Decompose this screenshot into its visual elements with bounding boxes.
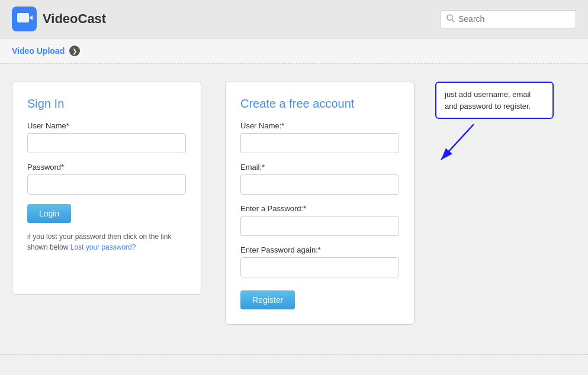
- login-button[interactable]: Login: [27, 204, 71, 223]
- svg-line-3: [452, 20, 454, 22]
- search-input[interactable]: [458, 14, 570, 24]
- svg-line-5: [441, 124, 474, 160]
- forgot-text: if you lost your password then click on …: [27, 231, 186, 253]
- logo-area: VideoCast: [12, 7, 106, 31]
- reg-password-field-group: Enter a Password:*: [240, 204, 399, 236]
- reg-username-label: User Name:*: [240, 121, 399, 130]
- signin-username-input[interactable]: [27, 133, 186, 153]
- reg-email-field-group: Email:*: [240, 163, 399, 195]
- tooltip-bubble: just add username, email and password to…: [435, 82, 554, 119]
- register-card: Create a free account User Name:* Email:…: [225, 82, 415, 325]
- reg-password-again-input[interactable]: [240, 257, 399, 277]
- video-upload-link[interactable]: Video Upload: [12, 46, 65, 56]
- tooltip-area: just add username, email and password to…: [435, 82, 554, 169]
- svg-marker-1: [29, 15, 33, 20]
- tooltip-arrow-icon: [435, 121, 483, 169]
- reg-username-input[interactable]: [240, 133, 399, 153]
- username-field-group: User Name*: [27, 121, 186, 153]
- forgot-password-link[interactable]: Lost your password?: [70, 243, 136, 251]
- register-button[interactable]: Register: [240, 290, 295, 309]
- username-label: User Name*: [27, 121, 186, 130]
- search-icon: [446, 14, 455, 24]
- subheader: Video Upload ❯: [0, 38, 588, 64]
- reg-password-label: Enter a Password:*: [240, 204, 399, 213]
- signin-title: Sign In: [27, 97, 186, 111]
- footer-divider: [0, 354, 588, 355]
- svg-rect-0: [17, 13, 29, 22]
- password-label: Password*: [27, 163, 186, 172]
- reg-password-again-label: Enter Password again:*: [240, 245, 399, 254]
- reg-password-input[interactable]: [240, 216, 399, 236]
- chevron-right-icon: ❯: [69, 46, 80, 56]
- reg-email-label: Email:*: [240, 163, 399, 172]
- reg-password-again-field-group: Enter Password again:*: [240, 245, 399, 277]
- main-content: Sign In User Name* Password* Login if yo…: [0, 64, 588, 342]
- register-title: Create a free account: [240, 97, 399, 111]
- signin-card: Sign In User Name* Password* Login if yo…: [12, 82, 201, 295]
- reg-email-input[interactable]: [240, 174, 399, 195]
- search-box[interactable]: [440, 10, 576, 28]
- logo-icon: [12, 7, 37, 31]
- signin-password-input[interactable]: [27, 174, 186, 195]
- header: VideoCast: [0, 0, 588, 38]
- app-title: VideoCast: [43, 11, 106, 27]
- reg-username-field-group: User Name:*: [240, 121, 399, 153]
- password-field-group: Password*: [27, 163, 186, 195]
